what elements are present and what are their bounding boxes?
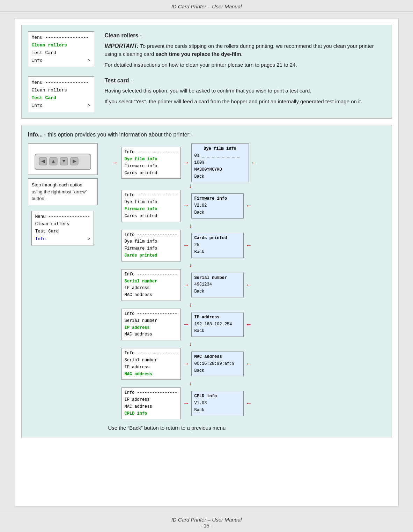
res3-title: Cards printed — [194, 235, 241, 242]
clean-rollers-detail: For detailed instructions on how to clea… — [105, 61, 385, 69]
sm7-line4: CPLD info — [125, 411, 178, 418]
main-menu-wrapper: Menu ---------------- Clean rollers Test… — [31, 211, 94, 245]
test-card-title: Test card - — [105, 76, 385, 85]
result-7: CPLD info V1.03 Back — [191, 391, 244, 416]
sm5-line3: IP address — [125, 325, 178, 332]
top-section: Menu ---------------- Clean rollers Test… — [21, 25, 392, 119]
header-title: ID Card Printer – User Manual — [171, 3, 242, 9]
res7-title: CPLD info — [194, 393, 241, 400]
svg-text:▶: ▶ — [72, 158, 76, 164]
res5-title: IP address — [194, 314, 241, 321]
row2: Info ---------------- Dye film info Firm… — [108, 190, 259, 222]
step-box: Step through each option using the right… — [28, 178, 98, 205]
res3-back: Back — [194, 249, 241, 256]
arrow-back-6: ← — [244, 360, 254, 368]
res1-line3: MA300YMCYKO — [194, 167, 246, 173]
down-6: ↓ — [121, 380, 259, 387]
res2-line2: V2.02 — [194, 202, 241, 209]
sm2-line1: Info ---------------- — [125, 192, 178, 199]
menu-box-test-card: Menu ---------------- Clean rollers Test… — [28, 76, 94, 112]
submenu-5: Info ---------------- Serial number IP a… — [121, 309, 181, 340]
sm7-line1: Info ---------------- — [125, 390, 178, 397]
footer-title: ID Card Printer – User Manual — [0, 517, 413, 523]
down-1: ↓ — [121, 183, 259, 189]
menu-box-clean-rollers: Menu ---------------- Clean rollers Test… — [28, 31, 94, 67]
sm7-line3: MAC address — [125, 404, 178, 411]
clean-rollers-text: Clean rollers - IMPORTANT: To prevent th… — [105, 31, 385, 69]
tc-info: Info — [32, 102, 43, 110]
down-5: ↓ — [121, 341, 259, 347]
arrow-back-2: ← — [244, 202, 254, 209]
menu-info: Info — [32, 57, 43, 65]
submenu-7: Info ---------------- IP address MAC add… — [121, 387, 181, 419]
res5-back: Back — [194, 328, 241, 335]
mm-line1: Menu ---------------- — [35, 213, 90, 221]
mm-line2: Clean rollers — [35, 221, 90, 228]
clean-rollers-body: IMPORTANT: To prevent the cards slipping… — [105, 42, 385, 58]
test-card-body2: If you select “Yes”, the printer will fe… — [105, 98, 385, 106]
sm3-line3: Firmware info — [125, 245, 178, 252]
sm3-line4: Cards printed — [125, 252, 178, 259]
main-menu-box: Menu ---------------- Clean rollers Test… — [31, 211, 94, 245]
mm-arrow: > — [88, 236, 90, 243]
result-6: MAC address 00:16:28:99:af:9 Back — [191, 352, 244, 376]
sm3-line2: Dye film info — [125, 238, 178, 245]
footer-page: - 15 - — [0, 523, 413, 529]
arrow-r5: → — [181, 321, 191, 328]
res7-back: Back — [194, 407, 241, 414]
test-card-body1: Having selected this option, you will be… — [105, 87, 385, 95]
sm4-line1: Info ---------------- — [125, 271, 178, 278]
down-3: ↓ — [121, 262, 259, 268]
res4-title: Serial number — [194, 275, 241, 282]
arrow-back-7: ← — [244, 400, 254, 407]
menu-line1: Menu ---------------- — [32, 34, 90, 42]
tc-arrow: > — [88, 102, 90, 110]
sm7-line2: IP address — [125, 397, 178, 404]
arrow-r4: → — [181, 281, 191, 289]
tc-menu-line1: Menu ---------------- — [32, 79, 90, 87]
res6-back: Back — [194, 368, 241, 375]
sm1-line4: Cards printed — [125, 170, 178, 177]
use-back-text: Use the “Back” button to return to a pre… — [108, 425, 226, 431]
row7: Info ---------------- IP address MAC add… — [108, 387, 259, 419]
res4-line2: 49C1234 — [194, 281, 241, 288]
important-label: IMPORTANT: — [105, 43, 139, 49]
left-col: ◀ ▲ ▼ ▶ Step through each option using t… — [28, 143, 98, 245]
res5-line2: 192.168.102.254 — [194, 321, 241, 328]
printer-svg: ◀ ▲ ▼ ▶ — [31, 147, 94, 171]
test-card-row: Menu ---------------- Clean rollers Test… — [28, 76, 385, 112]
tc-selected: Test Card — [32, 94, 90, 102]
page-footer: ID Card Printer – User Manual - 15 - — [0, 513, 413, 532]
sm3-line1: Info ---------------- — [125, 232, 178, 239]
arrow-back-3: ← — [244, 242, 254, 249]
test-card-text: Test card - Having selected this option,… — [105, 76, 385, 105]
res3-line2: 25 — [194, 242, 241, 249]
res4-back: Back — [194, 288, 241, 295]
submenu-3: Info ---------------- Dye film info Firm… — [121, 230, 181, 261]
res6-line2: 00:16:28:99:af:9 — [194, 361, 241, 368]
red-arrow-right-1: → — [108, 159, 121, 167]
menu-arrow: > — [88, 57, 90, 65]
sm1-line1: Info ---------------- — [125, 149, 178, 156]
arrow-r7: → — [181, 400, 191, 407]
menu-info-row: Info > — [32, 57, 90, 65]
sm1-line3: Firmware info — [125, 163, 178, 170]
submenu-6: Info ---------------- Serial number IP a… — [121, 348, 181, 380]
arrow-back-5: ← — [244, 321, 254, 328]
sm4-line2: Serial number — [125, 278, 178, 285]
info-title: Info... - this option provides you with … — [28, 132, 385, 138]
row6: Info ---------------- Serial number IP a… — [108, 348, 259, 380]
info-col: → Info ---------------- Dye film info Fi… — [108, 143, 259, 419]
sm5-line4: MAC address — [125, 331, 178, 338]
result-1: Dye film info 0% _ _ _ _ _ _ _ _ 100% MA… — [191, 143, 249, 182]
res6-title: MAC address — [194, 354, 241, 361]
arrow-r2: → — [181, 202, 191, 209]
row4: Info ---------------- Serial number IP a… — [108, 269, 259, 301]
submenu-4: Info ---------------- Serial number IP a… — [121, 269, 181, 301]
sm5-line1: Info ---------------- — [125, 311, 178, 318]
res7-line2: V1.03 — [194, 400, 241, 407]
down-2: ↓ — [121, 223, 259, 229]
sm4-line4: MAC address — [125, 292, 178, 299]
sm2-line2: Dye film info — [125, 199, 178, 206]
result-4: Serial number 49C1234 Back — [191, 273, 244, 297]
